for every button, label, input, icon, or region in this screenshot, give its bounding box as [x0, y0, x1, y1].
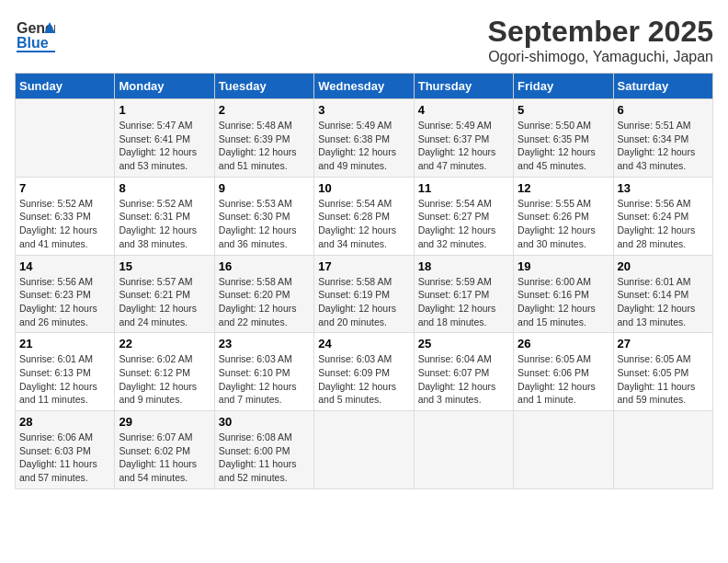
day-number: 23: [219, 337, 310, 350]
day-info: Sunrise: 5:56 AM Sunset: 6:23 PM Dayligh…: [19, 275, 110, 329]
title-block: September 2025 Ogori-shimogo, Yamaguchi,…: [488, 15, 713, 65]
day-info: Sunrise: 5:55 AM Sunset: 6:26 PM Dayligh…: [518, 197, 609, 251]
day-info: Sunrise: 5:48 AM Sunset: 6:39 PM Dayligh…: [219, 119, 310, 173]
svg-text:Blue: Blue: [17, 35, 49, 51]
calendar-cell: 21Sunrise: 6:01 AM Sunset: 6:13 PM Dayli…: [16, 333, 115, 411]
day-info: Sunrise: 5:56 AM Sunset: 6:24 PM Dayligh…: [618, 197, 709, 251]
day-info: Sunrise: 5:58 AM Sunset: 6:19 PM Dayligh…: [318, 275, 409, 329]
calendar-cell: 11Sunrise: 5:54 AM Sunset: 6:27 PM Dayli…: [414, 177, 513, 255]
day-info: Sunrise: 6:05 AM Sunset: 6:06 PM Dayligh…: [518, 352, 609, 407]
day-info: Sunrise: 5:49 AM Sunset: 6:37 PM Dayligh…: [418, 119, 509, 173]
day-number: 12: [518, 181, 609, 195]
calendar-cell: 1Sunrise: 5:47 AM Sunset: 6:41 PM Daylig…: [115, 99, 214, 178]
calendar-cell: 30Sunrise: 6:08 AM Sunset: 6:00 PM Dayli…: [214, 411, 313, 489]
day-number: 11: [418, 181, 509, 195]
calendar-cell: 15Sunrise: 5:57 AM Sunset: 6:21 PM Dayli…: [115, 255, 214, 333]
calendar-table: SundayMondayTuesdayWednesdayThursdayFrid…: [15, 73, 713, 489]
calendar-cell: 7Sunrise: 5:52 AM Sunset: 6:33 PM Daylig…: [16, 177, 115, 255]
day-info: Sunrise: 5:57 AM Sunset: 6:21 PM Dayligh…: [119, 275, 210, 329]
day-number: 30: [219, 415, 310, 429]
day-number: 21: [19, 337, 110, 350]
weekday-header-saturday: Saturday: [613, 74, 712, 99]
day-number: 28: [19, 415, 110, 429]
day-info: Sunrise: 6:05 AM Sunset: 6:05 PM Dayligh…: [618, 352, 709, 407]
day-info: Sunrise: 6:00 AM Sunset: 6:16 PM Dayligh…: [518, 275, 609, 329]
weekday-header-monday: Monday: [115, 74, 214, 99]
location-subtitle: Ogori-shimogo, Yamaguchi, Japan: [488, 49, 713, 65]
calendar-cell: [16, 99, 115, 178]
calendar-cell: 27Sunrise: 6:05 AM Sunset: 6:05 PM Dayli…: [613, 333, 712, 411]
calendar-cell: 8Sunrise: 5:52 AM Sunset: 6:31 PM Daylig…: [115, 177, 214, 255]
day-number: 20: [618, 259, 709, 273]
logo-icon: General Blue: [15, 15, 55, 55]
day-number: 8: [119, 181, 210, 195]
calendar-cell: 12Sunrise: 5:55 AM Sunset: 6:26 PM Dayli…: [514, 177, 613, 255]
day-number: 19: [518, 259, 609, 273]
calendar-cell: [613, 411, 712, 489]
day-number: 14: [19, 259, 110, 273]
day-info: Sunrise: 5:54 AM Sunset: 6:28 PM Dayligh…: [318, 197, 409, 251]
weekday-header-tuesday: Tuesday: [214, 74, 313, 99]
calendar-cell: [514, 411, 613, 489]
day-number: 15: [119, 259, 210, 273]
calendar-cell: 9Sunrise: 5:53 AM Sunset: 6:30 PM Daylig…: [214, 177, 313, 255]
month-year-title: September 2025: [488, 15, 713, 49]
day-number: 26: [518, 337, 609, 350]
day-number: 13: [618, 181, 709, 195]
calendar-cell: 2Sunrise: 5:48 AM Sunset: 6:39 PM Daylig…: [214, 99, 313, 178]
day-info: Sunrise: 6:01 AM Sunset: 6:13 PM Dayligh…: [19, 352, 110, 407]
day-number: 24: [318, 337, 409, 350]
weekday-header-wednesday: Wednesday: [314, 74, 414, 99]
calendar-cell: 28Sunrise: 6:06 AM Sunset: 6:03 PM Dayli…: [16, 411, 115, 489]
day-number: 17: [318, 259, 409, 273]
calendar-cell: 6Sunrise: 5:51 AM Sunset: 6:34 PM Daylig…: [613, 99, 712, 178]
weekday-header-friday: Friday: [514, 74, 613, 99]
calendar-cell: 4Sunrise: 5:49 AM Sunset: 6:37 PM Daylig…: [414, 99, 513, 178]
day-info: Sunrise: 6:01 AM Sunset: 6:14 PM Dayligh…: [618, 275, 709, 329]
day-info: Sunrise: 6:07 AM Sunset: 6:02 PM Dayligh…: [119, 431, 210, 485]
calendar-cell: 29Sunrise: 6:07 AM Sunset: 6:02 PM Dayli…: [115, 411, 214, 489]
calendar-cell: 22Sunrise: 6:02 AM Sunset: 6:12 PM Dayli…: [115, 333, 214, 411]
day-info: Sunrise: 5:51 AM Sunset: 6:34 PM Dayligh…: [618, 119, 709, 173]
day-number: 6: [618, 103, 709, 117]
day-info: Sunrise: 6:03 AM Sunset: 6:09 PM Dayligh…: [318, 352, 409, 407]
day-number: 22: [119, 337, 210, 350]
calendar-cell: 23Sunrise: 6:03 AM Sunset: 6:10 PM Dayli…: [214, 333, 313, 411]
day-info: Sunrise: 5:53 AM Sunset: 6:30 PM Dayligh…: [219, 197, 310, 251]
day-info: Sunrise: 5:52 AM Sunset: 6:31 PM Dayligh…: [119, 197, 210, 251]
day-info: Sunrise: 5:49 AM Sunset: 6:38 PM Dayligh…: [318, 119, 409, 173]
day-info: Sunrise: 6:03 AM Sunset: 6:10 PM Dayligh…: [219, 352, 310, 407]
calendar-cell: 20Sunrise: 6:01 AM Sunset: 6:14 PM Dayli…: [613, 255, 712, 333]
day-info: Sunrise: 5:50 AM Sunset: 6:35 PM Dayligh…: [518, 119, 609, 173]
day-number: 5: [518, 103, 609, 117]
calendar-cell: 24Sunrise: 6:03 AM Sunset: 6:09 PM Dayli…: [314, 333, 414, 411]
calendar-cell: [414, 411, 513, 489]
day-number: 1: [119, 103, 210, 117]
day-info: Sunrise: 5:54 AM Sunset: 6:27 PM Dayligh…: [418, 197, 509, 251]
day-info: Sunrise: 5:58 AM Sunset: 6:20 PM Dayligh…: [219, 275, 310, 329]
day-number: 25: [418, 337, 509, 350]
calendar-cell: 26Sunrise: 6:05 AM Sunset: 6:06 PM Dayli…: [514, 333, 613, 411]
day-number: 27: [618, 337, 709, 350]
calendar-cell: [314, 411, 414, 489]
calendar-cell: 25Sunrise: 6:04 AM Sunset: 6:07 PM Dayli…: [414, 333, 513, 411]
weekday-header-sunday: Sunday: [16, 74, 115, 99]
calendar-cell: 3Sunrise: 5:49 AM Sunset: 6:38 PM Daylig…: [314, 99, 414, 178]
day-number: 4: [418, 103, 509, 117]
day-info: Sunrise: 6:04 AM Sunset: 6:07 PM Dayligh…: [418, 352, 509, 407]
day-info: Sunrise: 6:08 AM Sunset: 6:00 PM Dayligh…: [219, 431, 310, 485]
day-number: 10: [318, 181, 409, 195]
day-number: 16: [219, 259, 310, 273]
day-number: 3: [318, 103, 409, 117]
calendar-cell: 16Sunrise: 5:58 AM Sunset: 6:20 PM Dayli…: [214, 255, 313, 333]
weekday-header-thursday: Thursday: [414, 74, 513, 99]
calendar-cell: 17Sunrise: 5:58 AM Sunset: 6:19 PM Dayli…: [314, 255, 414, 333]
day-info: Sunrise: 5:59 AM Sunset: 6:17 PM Dayligh…: [418, 275, 509, 329]
day-number: 9: [219, 181, 310, 195]
day-info: Sunrise: 6:02 AM Sunset: 6:12 PM Dayligh…: [119, 352, 210, 407]
calendar-cell: 14Sunrise: 5:56 AM Sunset: 6:23 PM Dayli…: [16, 255, 115, 333]
logo: General Blue: [15, 15, 55, 55]
day-info: Sunrise: 5:52 AM Sunset: 6:33 PM Dayligh…: [19, 197, 110, 251]
day-number: 7: [19, 181, 110, 195]
calendar-cell: 5Sunrise: 5:50 AM Sunset: 6:35 PM Daylig…: [514, 99, 613, 178]
